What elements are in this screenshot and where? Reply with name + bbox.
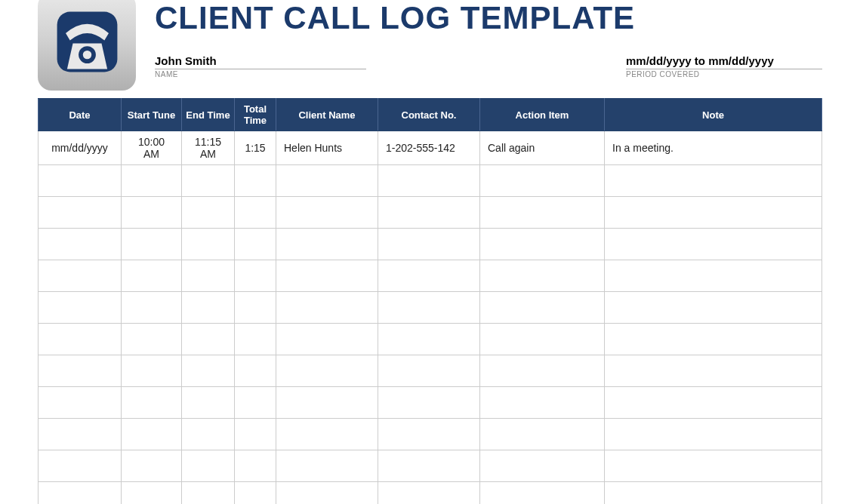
cell-action bbox=[480, 165, 605, 197]
cell-note bbox=[605, 197, 822, 229]
cell-total bbox=[235, 165, 276, 197]
cell-total bbox=[235, 387, 276, 419]
cell-date bbox=[39, 197, 122, 229]
svg-point-2 bbox=[82, 50, 91, 58]
cell-total bbox=[235, 482, 276, 505]
table-row bbox=[39, 355, 822, 387]
cell-note bbox=[605, 355, 822, 387]
cell-date: mm/dd/yyyy bbox=[39, 131, 122, 165]
header-text: CLIENT CALL LOG TEMPLATE John Smith NAME… bbox=[155, 0, 822, 78]
cell-note bbox=[605, 229, 822, 260]
table-row bbox=[39, 324, 822, 355]
cell-action bbox=[480, 355, 605, 387]
cell-contact bbox=[378, 419, 480, 450]
meta-row: John Smith NAME mm/dd/yyyy to mm/dd/yyyy… bbox=[155, 54, 822, 78]
cell-total bbox=[235, 229, 276, 260]
cell-start bbox=[122, 482, 182, 505]
cell-client bbox=[276, 165, 378, 197]
cell-contact bbox=[378, 292, 480, 324]
cell-action bbox=[480, 324, 605, 355]
col-header-contact: Contact No. bbox=[378, 99, 480, 131]
call-log-table: Date Start Tune End Time Total Time Clie… bbox=[38, 98, 822, 504]
cell-total bbox=[235, 260, 276, 292]
cell-client bbox=[276, 482, 378, 505]
cell-start bbox=[122, 229, 182, 260]
cell-end bbox=[182, 229, 235, 260]
phone-icon bbox=[38, 0, 136, 91]
table-row bbox=[39, 197, 822, 229]
cell-total bbox=[235, 355, 276, 387]
cell-end bbox=[182, 197, 235, 229]
cell-client bbox=[276, 324, 378, 355]
col-header-date: Date bbox=[39, 99, 122, 131]
col-header-end: End Time bbox=[182, 99, 235, 131]
cell-date bbox=[39, 482, 122, 505]
table-row: mm/dd/yyyy10:00 AM11:15 AM1:15Helen Hunt… bbox=[39, 131, 822, 165]
cell-note bbox=[605, 292, 822, 324]
cell-contact bbox=[378, 482, 480, 505]
cell-contact: 1-202-555-142 bbox=[378, 131, 480, 165]
cell-action: Call again bbox=[480, 131, 605, 165]
cell-note bbox=[605, 482, 822, 505]
cell-start: 10:00 AM bbox=[122, 131, 182, 165]
cell-contact bbox=[378, 387, 480, 419]
cell-start bbox=[122, 197, 182, 229]
cell-action bbox=[480, 387, 605, 419]
cell-date bbox=[39, 450, 122, 482]
cell-action bbox=[480, 260, 605, 292]
cell-start bbox=[122, 165, 182, 197]
page-title: CLIENT CALL LOG TEMPLATE bbox=[155, 0, 822, 36]
name-value: John Smith bbox=[155, 54, 366, 67]
cell-client bbox=[276, 229, 378, 260]
cell-total bbox=[235, 197, 276, 229]
table-body: mm/dd/yyyy10:00 AM11:15 AM1:15Helen Hunt… bbox=[39, 131, 822, 505]
cell-action bbox=[480, 482, 605, 505]
cell-start bbox=[122, 419, 182, 450]
cell-total bbox=[235, 324, 276, 355]
cell-date bbox=[39, 229, 122, 260]
cell-contact bbox=[378, 197, 480, 229]
cell-start bbox=[122, 387, 182, 419]
cell-client bbox=[276, 260, 378, 292]
cell-total bbox=[235, 419, 276, 450]
col-header-action: Action Item bbox=[480, 99, 605, 131]
cell-client: Helen Hunts bbox=[276, 131, 378, 165]
name-label: NAME bbox=[155, 69, 366, 78]
cell-date bbox=[39, 165, 122, 197]
col-header-client: Client Name bbox=[276, 99, 378, 131]
cell-end bbox=[182, 292, 235, 324]
table-row bbox=[39, 450, 822, 482]
period-label: PERIOD COVERED bbox=[626, 69, 822, 78]
cell-action bbox=[480, 229, 605, 260]
cell-contact bbox=[378, 355, 480, 387]
cell-end: 11:15 AM bbox=[182, 131, 235, 165]
cell-contact bbox=[378, 260, 480, 292]
table-row bbox=[39, 165, 822, 197]
cell-total bbox=[235, 292, 276, 324]
cell-total: 1:15 bbox=[235, 131, 276, 165]
cell-contact bbox=[378, 165, 480, 197]
cell-total bbox=[235, 450, 276, 482]
col-header-total: Total Time bbox=[235, 99, 276, 131]
document-header: CLIENT CALL LOG TEMPLATE John Smith NAME… bbox=[38, 0, 822, 91]
cell-end bbox=[182, 450, 235, 482]
cell-action bbox=[480, 197, 605, 229]
name-block: John Smith NAME bbox=[155, 54, 366, 78]
cell-date bbox=[39, 260, 122, 292]
cell-client bbox=[276, 355, 378, 387]
table-row bbox=[39, 419, 822, 450]
cell-start bbox=[122, 450, 182, 482]
cell-note bbox=[605, 450, 822, 482]
cell-action bbox=[480, 292, 605, 324]
cell-client bbox=[276, 450, 378, 482]
cell-end bbox=[182, 324, 235, 355]
table-row bbox=[39, 229, 822, 260]
cell-note: In a meeting. bbox=[605, 131, 822, 165]
cell-end bbox=[182, 419, 235, 450]
cell-start bbox=[122, 260, 182, 292]
cell-client bbox=[276, 197, 378, 229]
cell-note bbox=[605, 419, 822, 450]
cell-note bbox=[605, 165, 822, 197]
cell-end bbox=[182, 260, 235, 292]
cell-start bbox=[122, 324, 182, 355]
